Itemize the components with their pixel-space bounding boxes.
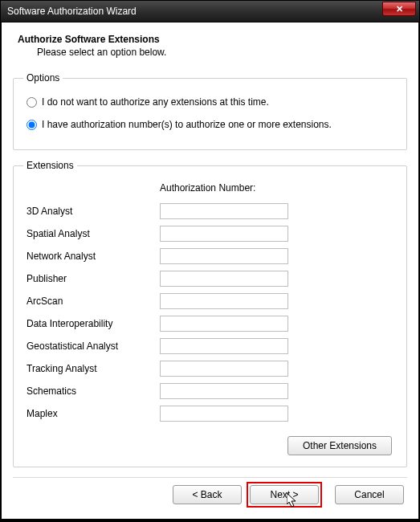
- ext-input-3d-analyst[interactable]: [160, 203, 288, 219]
- options-legend: Options: [23, 72, 63, 84]
- window-title: Software Authorization Wizard: [7, 6, 137, 17]
- ext-row: ArcScan: [23, 290, 397, 312]
- ext-input-arcscan[interactable]: [160, 293, 288, 309]
- ext-row: Geostatistical Analyst: [23, 335, 397, 357]
- options-group: Options I do not want to authorize any e…: [13, 72, 407, 150]
- auth-number-header: Authorization Number:: [160, 182, 397, 194]
- client-area: Authorize Software Extensions Please sel…: [2, 22, 418, 519]
- ext-input-maplex[interactable]: [160, 406, 288, 422]
- ext-row: 3D Analyst: [23, 200, 397, 222]
- ext-label: Tracking Analyst: [23, 363, 160, 374]
- ext-row: Network Analyst: [23, 245, 397, 267]
- ext-input-spatial-analyst[interactable]: [160, 226, 288, 242]
- titlebar: Software Authorization Wizard ✕: [1, 1, 419, 22]
- ext-label: ArcScan: [23, 296, 160, 307]
- page-title: Authorize Software Extensions: [18, 34, 407, 45]
- radio-no-authorize[interactable]: [27, 97, 37, 108]
- ext-label: Geostatistical Analyst: [23, 341, 160, 352]
- other-extensions-button[interactable]: Other Extensions: [287, 436, 392, 455]
- page-subtitle: Please select an option below.: [37, 47, 407, 58]
- ext-row: Maplex: [23, 402, 397, 425]
- next-button-highlight: Next >: [247, 482, 322, 508]
- radio-have-numbers[interactable]: [27, 120, 37, 130]
- radio-no-authorize-label: I do not want to authorize any extension…: [42, 96, 269, 108]
- cancel-button[interactable]: Cancel: [335, 485, 404, 504]
- radio-have-numbers-label: I have authorization number(s) to author…: [42, 119, 332, 130]
- ext-input-tracking-analyst[interactable]: [160, 361, 288, 377]
- ext-label: Network Analyst: [23, 251, 160, 262]
- ext-input-schematics[interactable]: [160, 383, 288, 399]
- ext-row: Data Interoperability: [23, 312, 397, 335]
- close-button[interactable]: ✕: [382, 2, 416, 16]
- ext-label: Maplex: [23, 408, 160, 419]
- ext-input-geostatistical-analyst[interactable]: [160, 338, 288, 354]
- extensions-legend: Extensions: [23, 160, 77, 171]
- window-frame: Software Authorization Wizard ✕ Authoriz…: [0, 0, 420, 522]
- back-button[interactable]: < Back: [173, 485, 242, 504]
- ext-input-data-interoperability[interactable]: [160, 316, 288, 332]
- ext-row: Spatial Analyst: [23, 222, 397, 245]
- ext-label: Spatial Analyst: [23, 228, 160, 239]
- footer-separator: [13, 477, 407, 478]
- ext-label: Schematics: [23, 385, 160, 397]
- ext-label: Publisher: [23, 273, 160, 284]
- ext-label: 3D Analyst: [23, 206, 160, 217]
- extensions-group: Extensions Authorization Number: 3D Anal…: [13, 160, 407, 467]
- next-button[interactable]: Next >: [250, 485, 319, 504]
- ext-label: Data Interoperability: [23, 318, 160, 329]
- ext-input-network-analyst[interactable]: [160, 248, 288, 264]
- close-icon: ✕: [396, 4, 403, 14]
- ext-row: Schematics: [23, 380, 397, 402]
- ext-input-publisher[interactable]: [160, 271, 288, 287]
- footer-buttons: < Back Next > Cancel: [173, 482, 404, 508]
- ext-row: Tracking Analyst: [23, 357, 397, 380]
- ext-row: Publisher: [23, 267, 397, 290]
